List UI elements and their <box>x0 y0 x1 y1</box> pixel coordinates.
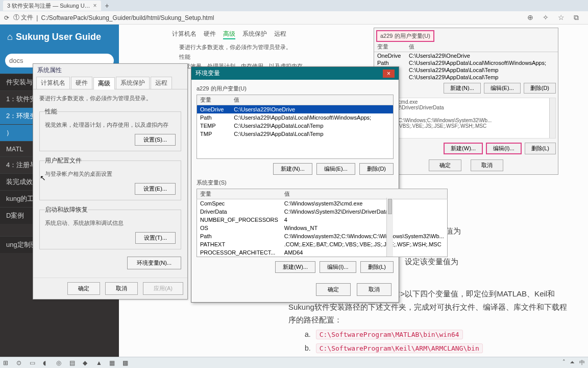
env-panel-bg: a229 的用户变量(U) 变量值 OneDriveC:\Users\a229\… <box>374 28 558 175</box>
environment-variables-dialog: 环境变量 × a229 的用户变量(U) 变量值 OneDriveC:\User… <box>191 66 399 303</box>
path-a: C:\SoftwareProgram\MATLAB\bin\win64 <box>316 330 463 339</box>
sys-del-button[interactable]: 删除(L) <box>360 261 394 273</box>
table-row: PROCESSOR_ARCHITECT...AMD64 <box>197 248 448 257</box>
address-bar: ⟳ ① 文件 | C:/SoftwarePack/Sukung_Guider/b… <box>0 11 588 25</box>
scrollbar[interactable] <box>386 198 393 257</box>
user-vars-table[interactable]: 变量值 OneDriveC:\Users\a229\OneDrive PathC… <box>197 95 394 159</box>
start-icon[interactable]: ⊞ <box>3 359 10 366</box>
browser-tab[interactable]: 3 软件安装与注册 — Sukung U… × <box>3 1 101 11</box>
sys-apply-button[interactable]: 应用(A) <box>143 282 183 295</box>
bg-del-button[interactable]: 删除(D) <box>524 83 556 94</box>
table-row: ComSpecC:\Windows\system32\cmd.exe <box>197 199 448 208</box>
sys-edit-button[interactable]: 编辑(I)... <box>320 261 356 273</box>
tab-advanced[interactable]: 高级 <box>93 77 115 89</box>
search-icon[interactable]: ⊙ <box>16 359 23 366</box>
app3-icon[interactable]: ◆ <box>83 359 90 366</box>
user-edit-button[interactable]: 编辑(E)... <box>316 163 355 175</box>
user-new-button[interactable]: 新建(N)... <box>273 163 312 175</box>
table-row: DriverDataC:\Windows\System32\Drivers\Dr… <box>197 208 448 216</box>
profile-settings-button[interactable]: 设置(E)... <box>135 183 176 195</box>
browser2-icon[interactable]: ◎ <box>56 359 63 366</box>
env-titlebar[interactable]: 环境变量 × <box>191 67 399 80</box>
system-properties-dialog: 系统属性 计算机名 硬件 高级 系统保护 远程 要进行大多数更改，你必须作为管理… <box>33 63 188 300</box>
fieldset-startup: 启动和故障恢复 系统启动、系统故障和调试信息 设置(T)... <box>39 205 181 249</box>
explorer-icon[interactable]: ▭ <box>30 359 37 366</box>
table-row: OneDriveC:\Users\a229\OneDrive <box>197 105 394 114</box>
collections-icon[interactable]: ⧉ <box>574 13 579 22</box>
table-row: TMPC:\Users\a229\AppData\Local\Temp <box>197 130 394 138</box>
sys-new-button[interactable]: 新建(W)... <box>275 261 315 273</box>
bg-del2-button[interactable]: 删除(L) <box>525 143 556 154</box>
home-icon: ⌂ <box>7 32 13 42</box>
tab-computer[interactable]: 计算机名 <box>36 77 70 89</box>
table-row: NUMBER_OF_PROCESSORS4 <box>197 216 448 224</box>
user-var-header: a229 的用户变量(U) <box>376 30 434 42</box>
bg-edit2-button[interactable]: 编辑(I)... <box>486 143 522 154</box>
env-cancel-button[interactable]: 取消 <box>357 283 391 296</box>
brand[interactable]: ⌂ Sukung User Guide <box>0 25 119 50</box>
sys-vars-label: 系统变量(S) <box>197 179 394 187</box>
dialog-title: 系统属性 <box>33 64 187 77</box>
env-ok-button[interactable]: 确定 <box>316 283 351 296</box>
app4-icon[interactable]: ▲ <box>96 359 103 366</box>
bg-cancel-button[interactable]: 取消 <box>471 159 503 171</box>
close-icon[interactable]: × <box>383 70 395 78</box>
bg-edit-button[interactable]: 编辑(E)... <box>484 83 521 94</box>
app5-icon[interactable]: ▦ <box>109 359 116 366</box>
scrollbar[interactable] <box>549 98 555 138</box>
table-row: PathC:\Windows\system32;C:\Windows;C:\Wi… <box>197 232 448 240</box>
tab-protect[interactable]: 系统保护 <box>116 77 150 89</box>
tab-hardware[interactable]: 硬件 <box>71 77 92 89</box>
table-row: PATHEXT.COM;.EXE;.BAT;.CMD;.VBS;.VBE;.JS… <box>197 240 448 248</box>
sys-cancel-button[interactable]: 取消 <box>105 282 138 295</box>
bg-new2-button[interactable]: 新建(W)... <box>444 143 483 154</box>
path-b: C:\SoftwareProgram\Keil\ARM\ARMCLANG\bin <box>316 343 483 353</box>
perf-settings-button[interactable]: 设置(S)... <box>135 134 176 146</box>
file-icon[interactable]: ▤ <box>69 359 77 366</box>
tab-title: 3 软件安装与注册 — Sukung U… <box>7 2 90 10</box>
zoom-icon[interactable]: ⊕ <box>527 13 533 22</box>
url-box[interactable]: ① 文件 | C:/SoftwarePack/Sukung_Guider/bui… <box>13 13 523 22</box>
taskbar[interactable]: ⊞ ⊙ ▭ ◖ ◎ ▤ ◆ ▲ ▦ ▩ ˄ ⏶ 中 <box>0 357 588 368</box>
table-row: OSWindows_NT <box>197 224 448 232</box>
table-row: TEMPC:\Users\a229\AppData\Local\Temp <box>197 122 394 130</box>
url-text: C:/SoftwarePack/Sukung_Guider/build/html… <box>41 14 214 21</box>
fieldset-profile: 用户配置文件 与登录帐户相关的桌面设置 设置(E)... <box>39 156 181 200</box>
app6-icon[interactable]: ▩ <box>122 359 130 366</box>
fieldset-performance: 性能 视觉效果，处理器计划，内存使用，以及虚拟内存 设置(S)... <box>39 107 181 151</box>
sys-ok-button[interactable]: 确定 <box>67 282 100 295</box>
bg-new-button[interactable]: 新建(N)... <box>444 83 480 94</box>
new-tab-button[interactable]: + <box>105 2 109 10</box>
user-del-button[interactable]: 删除(D) <box>359 163 394 175</box>
bg-ok-button[interactable]: 确定 <box>429 159 461 171</box>
fav-icon[interactable]: ☆ <box>558 13 565 22</box>
read-icon[interactable]: ✧ <box>543 13 549 22</box>
tray-up-icon[interactable]: ˄ <box>562 359 566 366</box>
user-vars-label: a229 的用户变量(U) <box>197 85 394 93</box>
env-vars-button[interactable]: 环境变量(N)... <box>127 257 181 269</box>
edge-icon[interactable]: ◖ <box>43 359 50 366</box>
ime-badge[interactable]: 中 <box>579 359 585 366</box>
sys-tabs: 计算机名 硬件 高级 系统保护 远程 <box>33 77 187 89</box>
reload-icon[interactable]: ⟳ <box>4 14 9 21</box>
startup-settings-button[interactable]: 设置(T)... <box>135 232 176 244</box>
browser-tabs: 3 软件安装与注册 — Sukung U… × + <box>0 0 588 11</box>
wifi-icon[interactable]: ⏶ <box>570 359 575 366</box>
table-row: PathC:\Users\a229\AppData\Local\Microsof… <box>197 113 394 122</box>
sys-vars-table[interactable]: 变量值 ComSpecC:\Windows\system32\cmd.exe D… <box>197 189 448 257</box>
file-badge: ① 文件 <box>13 13 33 22</box>
sysvars-bg-box: ystem32\cmd.exe System32\Drivers\DriverD… <box>376 98 556 139</box>
tab-remote[interactable]: 远程 <box>151 77 172 89</box>
close-icon[interactable]: × <box>93 2 97 9</box>
